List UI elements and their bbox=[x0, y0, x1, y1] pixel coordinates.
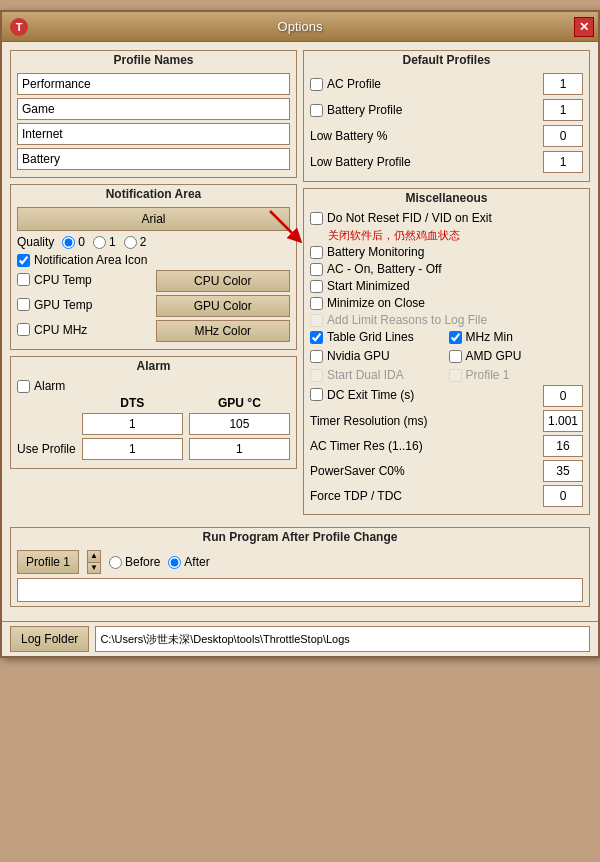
minimize-on-close-label: Minimize on Close bbox=[327, 296, 425, 310]
alarm-section: Alarm Alarm DTS GPU °C Use Profile bbox=[10, 356, 297, 469]
profile-input-2[interactable] bbox=[17, 123, 290, 145]
power-saver-row: PowerSaver C0% bbox=[310, 460, 583, 482]
low-battery-pct-row: Low Battery % bbox=[310, 125, 583, 147]
ac-profile-label: AC Profile bbox=[327, 77, 539, 91]
notification-area-body: Arial Quality 0 1 2 bbox=[11, 203, 296, 349]
quality-1-radio[interactable] bbox=[93, 236, 106, 249]
ac-timer-row: AC Timer Res (1..16) bbox=[310, 435, 583, 457]
program-path-input[interactable] bbox=[17, 578, 583, 602]
cpu-color-button[interactable]: CPU Color bbox=[156, 270, 291, 292]
mhz-min-checkbox[interactable] bbox=[449, 331, 462, 344]
low-battery-profile-row: Low Battery Profile bbox=[310, 151, 583, 173]
ac-on-battery-off-row: AC - On, Battery - Off bbox=[310, 262, 583, 276]
window-title: Options bbox=[278, 19, 323, 34]
miscellaneous-title: Miscellaneous bbox=[304, 189, 589, 207]
battery-profile-value[interactable] bbox=[543, 99, 583, 121]
add-limit-checkbox[interactable] bbox=[310, 314, 323, 327]
chinese-annotation: 关闭软件后，仍然鸡血状态 bbox=[328, 228, 583, 243]
quality-2-radio[interactable] bbox=[124, 236, 137, 249]
notification-icon-label: Notification Area Icon bbox=[34, 253, 147, 267]
profile-names-title: Profile Names bbox=[11, 51, 296, 69]
gpu-temp-checkbox[interactable] bbox=[17, 298, 30, 311]
use-profile-dts-input[interactable] bbox=[82, 438, 183, 460]
profile-input-1[interactable] bbox=[17, 98, 290, 120]
start-minimized-label: Start Minimized bbox=[327, 279, 410, 293]
power-saver-value[interactable] bbox=[543, 460, 583, 482]
title-bar: T Options ✕ bbox=[2, 12, 598, 42]
gpu-color-button[interactable]: GPU Color bbox=[156, 295, 291, 317]
after-radio-label: After bbox=[168, 555, 209, 569]
gpu-temp-row: GPU Temp GPU Color bbox=[17, 295, 290, 317]
ac-profile-checkbox[interactable] bbox=[310, 78, 323, 91]
quality-2-label: 2 bbox=[124, 235, 147, 249]
start-dual-ida-checkbox[interactable] bbox=[310, 369, 323, 382]
profile-1-label: Profile 1 bbox=[466, 368, 510, 382]
spin-down-button[interactable]: ▼ bbox=[88, 563, 100, 574]
minimize-on-close-checkbox[interactable] bbox=[310, 297, 323, 310]
use-profile-gpu-input[interactable] bbox=[189, 438, 290, 460]
log-path-input[interactable] bbox=[95, 626, 590, 652]
miscellaneous-section: Miscellaneous bbox=[303, 188, 590, 515]
default-profiles-title: Default Profiles bbox=[304, 51, 589, 69]
cpu-mhz-label: CPU MHz bbox=[34, 323, 87, 337]
alarm-label: Alarm bbox=[34, 379, 65, 393]
quality-0-radio[interactable] bbox=[62, 236, 75, 249]
alarm-grid: DTS GPU °C Use Profile bbox=[17, 396, 290, 460]
timer-res-value[interactable] bbox=[543, 410, 583, 432]
low-battery-pct-label: Low Battery % bbox=[310, 129, 539, 143]
close-button[interactable]: ✕ bbox=[574, 17, 594, 37]
bottom-bar: Log Folder bbox=[2, 621, 598, 656]
profile-spinner[interactable]: ▲ ▼ bbox=[87, 550, 101, 574]
ac-on-battery-off-label: AC - On, Battery - Off bbox=[327, 262, 441, 276]
start-minimized-checkbox[interactable] bbox=[310, 280, 323, 293]
amd-gpu-checkbox[interactable] bbox=[449, 350, 462, 363]
mhz-min-label: MHz Min bbox=[466, 330, 513, 344]
profile-1-checkbox[interactable] bbox=[449, 369, 462, 382]
force-tdp-value[interactable] bbox=[543, 485, 583, 507]
add-limit-label: Add Limit Reasons to Log File bbox=[327, 313, 487, 327]
dts-header: DTS bbox=[82, 396, 183, 410]
use-profile-label: Use Profile bbox=[17, 442, 76, 456]
nvidia-gpu-checkbox[interactable] bbox=[310, 350, 323, 363]
cpu-temp-checkbox[interactable] bbox=[17, 273, 30, 286]
battery-monitoring-checkbox[interactable] bbox=[310, 246, 323, 259]
fid-checkbox[interactable] bbox=[310, 212, 323, 225]
profile-1-button[interactable]: Profile 1 bbox=[17, 550, 79, 574]
spin-up-button[interactable]: ▲ bbox=[88, 551, 100, 563]
quality-1-label: 1 bbox=[93, 235, 116, 249]
dc-exit-value[interactable] bbox=[543, 385, 583, 407]
before-radio[interactable] bbox=[109, 556, 122, 569]
mhz-color-button[interactable]: MHz Color bbox=[156, 320, 291, 342]
timer-res-row: Timer Resolution (ms) bbox=[310, 410, 583, 432]
ac-profile-row: AC Profile bbox=[310, 73, 583, 95]
options-window: T Options ✕ Profile Names Notification A… bbox=[0, 10, 600, 658]
cpu-temp-row: CPU Temp CPU Color bbox=[17, 270, 290, 292]
font-button[interactable]: Arial bbox=[17, 207, 290, 231]
alarm-checkbox[interactable] bbox=[17, 380, 30, 393]
battery-profile-checkbox[interactable] bbox=[310, 104, 323, 117]
profile-input-3[interactable] bbox=[17, 148, 290, 170]
low-battery-profile-label: Low Battery Profile bbox=[310, 155, 539, 169]
start-dual-ida-label: Start Dual IDA bbox=[327, 368, 404, 382]
ac-profile-value[interactable] bbox=[543, 73, 583, 95]
ac-on-battery-off-checkbox[interactable] bbox=[310, 263, 323, 276]
quality-0-label: 0 bbox=[62, 235, 85, 249]
profile-input-0[interactable] bbox=[17, 73, 290, 95]
table-grid-checkbox[interactable] bbox=[310, 331, 323, 344]
profile-names-body bbox=[11, 69, 296, 177]
dc-exit-checkbox[interactable] bbox=[310, 388, 323, 401]
fid-container: Do Not Reset FID / VID on Exit 关闭软件后，仍然鸡… bbox=[310, 211, 583, 243]
mhz-min-row: MHz Min bbox=[449, 330, 584, 344]
power-saver-label: PowerSaver C0% bbox=[310, 464, 539, 478]
after-radio[interactable] bbox=[168, 556, 181, 569]
ac-timer-value[interactable] bbox=[543, 435, 583, 457]
dts-value-input[interactable] bbox=[82, 413, 183, 435]
low-battery-profile-value[interactable] bbox=[543, 151, 583, 173]
miscellaneous-body: Do Not Reset FID / VID on Exit 关闭软件后，仍然鸡… bbox=[304, 207, 589, 514]
start-dual-ida-row: Start Dual IDA bbox=[310, 368, 445, 382]
low-battery-pct-value[interactable] bbox=[543, 125, 583, 147]
gpu-value-input[interactable] bbox=[189, 413, 290, 435]
cpu-mhz-checkbox[interactable] bbox=[17, 323, 30, 336]
notification-icon-checkbox[interactable] bbox=[17, 254, 30, 267]
log-folder-button[interactable]: Log Folder bbox=[10, 626, 89, 652]
